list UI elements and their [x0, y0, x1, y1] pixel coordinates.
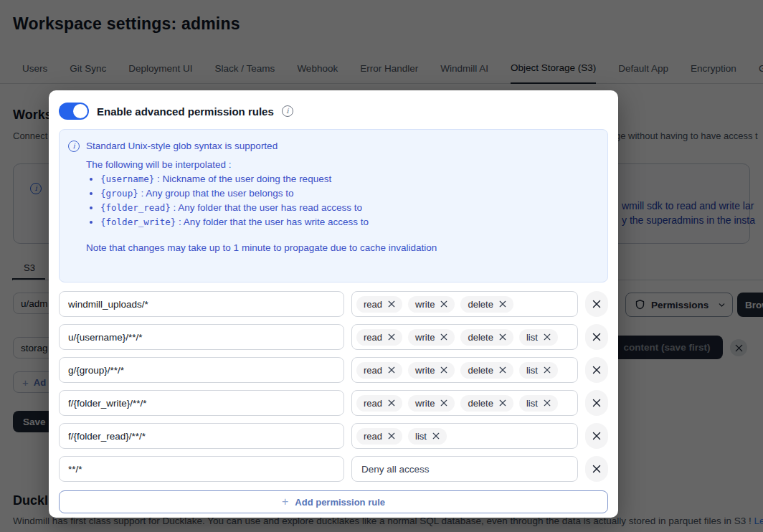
permissions-tags-box[interactable]: read write delete list: [351, 324, 578, 350]
permission-rule-row: read write delete list: [59, 324, 608, 350]
permission-tag: delete: [460, 296, 513, 313]
list-item: {folder_write} : Any folder that the use…: [100, 215, 596, 229]
remove-rule-button[interactable]: [585, 291, 608, 317]
pattern-input[interactable]: [59, 324, 344, 350]
glob-syntax-info-panel: i Standard Unix-style glob syntax is sup…: [59, 129, 608, 282]
add-permission-rule-button[interactable]: + Add permission rule: [59, 490, 608, 513]
close-icon: [592, 465, 601, 473]
close-icon: [592, 432, 601, 440]
permissions-tags-box[interactable]: read write delete list: [351, 390, 578, 416]
close-icon: [592, 333, 601, 341]
permission-rules-list: read write delete read write delete list…: [59, 291, 608, 482]
list-item: {group} : Any group that the user belong…: [100, 186, 596, 201]
remove-tag-icon[interactable]: [499, 366, 506, 374]
remove-tag-icon[interactable]: [388, 399, 395, 407]
remove-tag-icon[interactable]: [440, 366, 447, 374]
enable-advanced-permissions-toggle[interactable]: [59, 103, 89, 120]
remove-tag-icon[interactable]: [388, 432, 395, 440]
info-icon: i: [68, 141, 80, 152]
remove-tag-icon[interactable]: [544, 399, 551, 407]
permission-rule-row: read write delete list: [59, 390, 608, 416]
permissions-tags-box[interactable]: read write delete: [351, 291, 578, 317]
remove-rule-button[interactable]: [585, 357, 608, 383]
list-item: {username} : Nickname of the user doing …: [100, 172, 596, 186]
permission-tag: read: [356, 395, 402, 412]
permission-tag: write: [408, 329, 455, 346]
plus-icon: +: [282, 495, 288, 508]
remove-tag-icon[interactable]: [544, 333, 551, 341]
panel-title: Standard Unix-style glob syntax is suppo…: [86, 139, 596, 153]
permission-rule-row: read write delete: [59, 291, 608, 317]
remove-tag-icon[interactable]: [544, 366, 551, 374]
remove-rule-button[interactable]: [585, 324, 608, 350]
permission-tag: write: [408, 395, 455, 412]
permission-tag: read: [356, 296, 402, 313]
permissions-tags-box[interactable]: Deny all access: [351, 456, 578, 482]
permission-tag: write: [408, 296, 455, 313]
panel-intro: The following will be interpolated :: [86, 158, 596, 172]
permission-tag: read: [356, 362, 402, 379]
remove-tag-icon[interactable]: [388, 333, 395, 341]
remove-rule-button[interactable]: [585, 456, 608, 482]
permission-tag: list: [519, 395, 558, 412]
toggle-knob: [73, 104, 87, 118]
deny-all-access-label: Deny all access: [356, 464, 430, 475]
remove-tag-icon[interactable]: [440, 399, 447, 407]
permission-tag: list: [519, 329, 558, 346]
remove-rule-button[interactable]: [585, 423, 608, 449]
close-icon: [592, 366, 601, 374]
permissions-tags-box[interactable]: read write delete list: [351, 357, 578, 383]
pattern-input[interactable]: [59, 390, 344, 416]
close-icon: [592, 399, 601, 407]
list-item: {folder_read} : Any folder that the user…: [100, 201, 596, 215]
permission-tag: delete: [460, 362, 513, 379]
permission-tag: delete: [460, 329, 513, 346]
info-icon[interactable]: i: [282, 105, 293, 117]
pattern-input[interactable]: [59, 357, 344, 383]
remove-tag-icon[interactable]: [432, 432, 440, 440]
remove-tag-icon[interactable]: [499, 333, 506, 341]
permission-tag: write: [408, 362, 455, 379]
permission-rule-row: Deny all access: [59, 456, 608, 482]
toggle-label: Enable advanced permission rules: [97, 105, 274, 118]
enable-toggle-row: Enable advanced permission rules i: [59, 103, 608, 120]
pattern-input[interactable]: [59, 423, 344, 449]
permission-rule-row: read write delete list: [59, 357, 608, 383]
permission-rule-row: read list: [59, 423, 608, 449]
permissions-tags-box[interactable]: read list: [351, 423, 578, 449]
remove-tag-icon[interactable]: [499, 399, 506, 407]
pattern-input[interactable]: [59, 456, 344, 482]
interpolation-list: {username} : Nickname of the user doing …: [86, 172, 596, 229]
remove-tag-icon[interactable]: [388, 366, 395, 374]
permission-tag: delete: [460, 395, 513, 412]
permission-tag: list: [408, 428, 447, 445]
permission-tag: read: [356, 428, 402, 445]
permission-tag: list: [519, 362, 558, 379]
cache-note: Note that changes may take up to 1 minut…: [86, 241, 596, 255]
close-icon: [592, 300, 601, 308]
remove-rule-button[interactable]: [585, 390, 608, 416]
advanced-permission-rules-modal: Enable advanced permission rules i i Sta…: [49, 90, 618, 518]
remove-tag-icon[interactable]: [440, 300, 447, 308]
remove-tag-icon[interactable]: [388, 300, 395, 308]
permission-tag: read: [356, 329, 402, 346]
remove-tag-icon[interactable]: [440, 333, 447, 341]
pattern-input[interactable]: [59, 291, 344, 317]
remove-tag-icon[interactable]: [499, 300, 506, 308]
